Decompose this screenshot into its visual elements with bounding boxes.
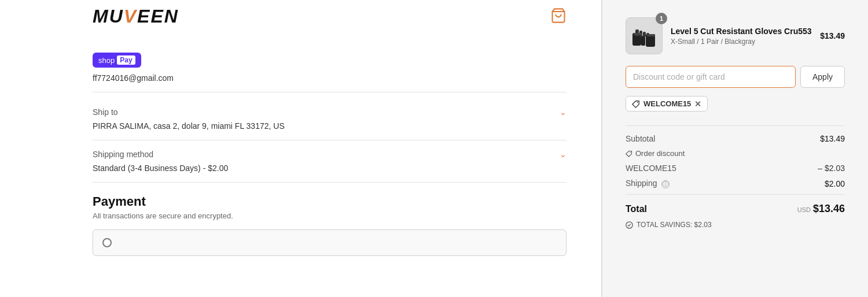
product-image xyxy=(626,17,663,54)
order-discount-label: Order discount xyxy=(626,149,685,158)
shipping-label: Shipping ⓘ xyxy=(626,179,670,188)
ship-to-chevron-icon: ⌄ xyxy=(560,107,567,117)
svg-point-11 xyxy=(630,152,631,153)
ship-to-header[interactable]: Ship to ⌄ xyxy=(93,107,567,117)
quantity-badge: 1 xyxy=(656,13,667,24)
shop-pay-button[interactable]: shop Pay xyxy=(93,53,141,68)
savings-icon xyxy=(626,221,633,229)
header: MUVEEN xyxy=(93,0,567,36)
shipping-method-chevron-icon: ⌄ xyxy=(560,150,567,159)
subtotal-row: Subtotal $13.49 xyxy=(626,134,845,143)
discount-value: – $2.03 xyxy=(818,164,845,173)
svg-rect-9 xyxy=(647,34,655,36)
shop-pay-section: shop Pay ff7724016@gmail.com xyxy=(93,42,567,98)
ship-to-label: Ship to xyxy=(93,107,118,117)
payment-options-box xyxy=(93,229,567,256)
total-label: Total xyxy=(626,204,647,214)
order-discount-row: Order discount xyxy=(626,149,845,158)
shipping-value: $2.00 xyxy=(825,179,845,188)
savings-label: TOTAL SAVINGS: $2.03 xyxy=(637,221,712,229)
left-panel: MUVEEN shop Pay ff7724016@gmail.com Ship… xyxy=(0,0,602,297)
svg-point-10 xyxy=(637,102,638,103)
discount-row: Apply xyxy=(626,66,845,88)
subtotal-label: Subtotal xyxy=(626,134,655,143)
product-details: Level 5 Cut Resistant Gloves Cru553 X-Sm… xyxy=(671,26,812,46)
svg-rect-5 xyxy=(643,32,646,37)
shipping-method-section: Shipping method ⌄ Standard (3-4 Business… xyxy=(93,140,567,183)
shipping-method-value: Standard (3-4 Business Days) - $2.00 xyxy=(93,164,567,173)
apply-button[interactable]: Apply xyxy=(800,66,845,88)
discount-code-row: WELCOME15 – $2.03 xyxy=(626,164,845,173)
summary-divider xyxy=(626,125,845,126)
logo: MUVEEN xyxy=(93,6,179,27)
svg-rect-2 xyxy=(641,36,645,46)
product-item: 1 Level 5 Cut Resistant Gloves Cru553 X-… xyxy=(626,17,845,54)
cart-icon xyxy=(550,8,567,24)
product-variant: X-Small / 1 Pair / Blackgray xyxy=(671,38,812,46)
product-price: $13.49 xyxy=(820,31,845,40)
shipping-info-icon[interactable]: ⓘ xyxy=(661,180,670,188)
email-display: ff7724016@gmail.com xyxy=(93,73,567,92)
svg-rect-8 xyxy=(634,33,642,35)
savings-row: TOTAL SAVINGS: $2.03 xyxy=(626,221,845,229)
right-panel: 1 Level 5 Cut Resistant Gloves Cru553 X-… xyxy=(602,0,868,297)
ship-to-address: PIRRA SALIMA, casa 2, dolar 9, miami FL … xyxy=(93,121,567,131)
total-amount: $13.46 xyxy=(813,203,845,214)
total-currency: USD xyxy=(797,206,811,213)
order-discount-text: Order discount xyxy=(635,149,685,158)
discount-input[interactable] xyxy=(626,66,796,88)
payment-radio[interactable] xyxy=(102,238,112,247)
coupon-remove-button[interactable]: ✕ xyxy=(694,100,701,108)
total-row: Total USD$13.46 xyxy=(626,203,845,215)
ship-to-section: Ship to ⌄ PIRRA SALIMA, casa 2, dolar 9,… xyxy=(93,98,567,140)
shipping-row: Shipping ⓘ $2.00 xyxy=(626,179,845,188)
summary-divider-2 xyxy=(626,194,845,195)
payment-title: Payment xyxy=(93,194,567,209)
product-name: Level 5 Cut Resistant Gloves Cru553 xyxy=(671,26,812,36)
product-image-wrapper: 1 xyxy=(626,17,663,54)
pay-label: Pay xyxy=(117,55,135,65)
payment-section: Payment All transactions are secure and … xyxy=(93,183,567,256)
subtotal-value: $13.49 xyxy=(820,134,845,143)
page-wrapper: MUVEEN shop Pay ff7724016@gmail.com Ship… xyxy=(0,0,868,297)
coupon-code: WELCOME15 xyxy=(643,99,691,108)
shop-label: shop xyxy=(98,56,115,65)
discount-tag-icon xyxy=(626,150,632,157)
total-value: USD$13.46 xyxy=(797,203,845,215)
shipping-method-header[interactable]: Shipping method ⌄ xyxy=(93,150,567,159)
product-glove-svg xyxy=(630,21,659,50)
discount-code-name: WELCOME15 xyxy=(626,164,676,173)
tag-icon xyxy=(632,100,640,108)
cart-icon-wrapper[interactable] xyxy=(550,8,567,25)
payment-subtitle: All transactions are secure and encrypte… xyxy=(93,211,567,220)
coupon-tag: WELCOME15 ✕ xyxy=(626,96,708,112)
shipping-method-label: Shipping method xyxy=(93,150,153,159)
